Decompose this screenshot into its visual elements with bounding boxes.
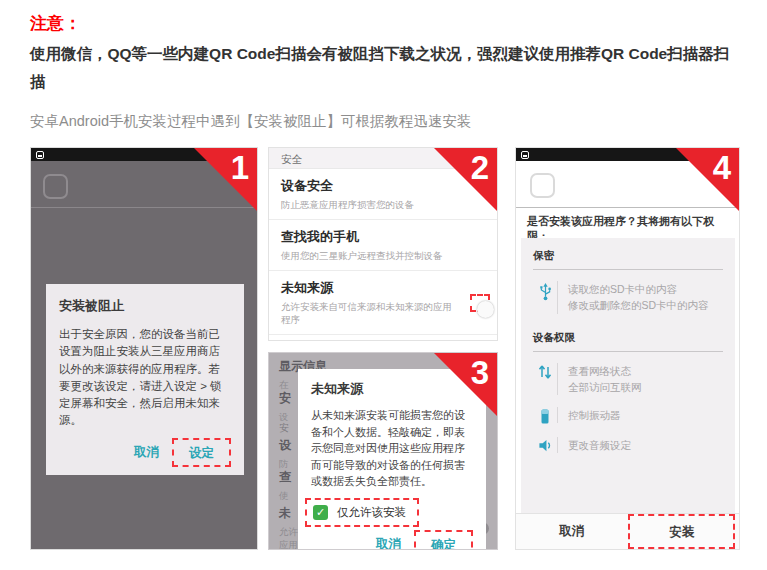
highlight-box: [470, 294, 490, 312]
permission-item-network: 查看网络状态 全部访问互联网: [533, 363, 723, 396]
highlight-box: 设定: [172, 438, 231, 467]
device-section-header: 设备权限: [533, 331, 723, 352]
dimmed-row: 查 使: [279, 469, 291, 503]
dialog-body: 从未知来源安装可能损害您的设备和个人数据。轻敲确定，即表示您同意对因使用这些应用…: [311, 407, 473, 490]
app-icon-placeholder: [530, 173, 555, 198]
permission-line: 查看网络状态: [568, 363, 642, 379]
dialog-button-bar: 取消 安装: [516, 513, 739, 549]
privacy-section-header: 保密: [533, 249, 723, 270]
notice-body: 使用微信，QQ等一些内建QR Code扫描会有被阻挡下载之状况，强烈建议使用推荐…: [30, 40, 742, 96]
setting-title: 未知来源: [281, 279, 485, 297]
permission-item-audio: 更改音频设定: [533, 437, 723, 453]
permission-line: 控制振动器: [568, 407, 621, 423]
dimmed-row: 设 防: [279, 437, 291, 471]
tutorial-page: 注意： 使用微信，QQ等一些内建QR Code扫描会有被阻挡下载之状况，强烈建议…: [0, 0, 767, 570]
step-number: 1: [231, 149, 249, 187]
network-arrows-icon: [533, 363, 557, 380]
speaker-icon: [533, 437, 557, 453]
confirm-button[interactable]: 确定: [424, 533, 463, 551]
step-number: 4: [713, 149, 731, 187]
allow-once-checkbox[interactable]: ✓: [313, 505, 328, 520]
screenshot-step1: 1 4G 7 安装被阻止 出于安全原因，您的设备当前已设置为阻止安装从三星应用商…: [30, 147, 258, 550]
step-number: 2: [471, 149, 489, 187]
cancel-button[interactable]: 取消: [369, 531, 408, 551]
screenshot-step2: 安全 设备安全 防止恶意应用程序损害您的设备 查找我的手机 使用您的三星账户远程…: [268, 147, 498, 341]
permission-line: 修改或删除您的SD卡中的内容: [568, 297, 709, 313]
permissions-panel: 保密 读取您的SD卡中的内容 修改或删除您的SD卡中的内容 设备权限: [521, 238, 735, 516]
screenshot-step3: 显示信息 在 安 设 安 设 防 查 使 未 允许安装来自可信来源和未知来源的应…: [268, 352, 498, 550]
page-subtitle: 安卓Android手机安装过程中遇到【安装被阻止】可根据教程迅速安装: [30, 112, 471, 131]
cancel-button[interactable]: 取消: [559, 523, 584, 540]
dialog-body: 出于安全原因，您的设备当前已设置为阻止安装从三星应用商店以外的来源获得的应用程序…: [59, 326, 231, 430]
permission-item-storage: 读取您的SD卡中的内容 修改或删除您的SD卡中的内容: [533, 281, 723, 314]
screenshot-step4: 1 4G 7 是否安装该应用程序？其将拥有以下权限： 保密: [515, 147, 740, 550]
highlight-box: ✓ 仅允许该安装: [305, 498, 419, 527]
setting-subtitle: 使用您的三星账户远程查找并控制设备: [281, 250, 456, 263]
highlight-box: 确定: [414, 530, 473, 551]
cancel-button[interactable]: 取消: [127, 439, 166, 466]
dialog-title: 安装被阻止: [59, 297, 231, 315]
notice-title: 注意：: [30, 12, 81, 35]
dimmed-row: 安 设: [279, 390, 291, 424]
setting-row-unknown-sources[interactable]: 未知来源 允许安装来自可信来源和未知来源的应用程序: [269, 271, 497, 335]
checkbox-label: 仅允许该安装: [337, 505, 406, 520]
setting-subtitle: 防止恶意应用程序损害您的设备: [281, 199, 456, 212]
setting-row-other-security[interactable]: 其他安全设定 更改安全更新和证书存储等其他安全设定: [269, 335, 497, 341]
settings-button[interactable]: 设定: [182, 441, 221, 465]
notification-icon: [36, 151, 44, 159]
permission-line: 全部访问互联网: [568, 379, 642, 395]
install-button[interactable]: 安装: [669, 525, 694, 539]
setting-row-find-my-phone[interactable]: 查找我的手机 使用您的三星账户远程查找并控制设备: [269, 220, 497, 271]
permission-line: 读取您的SD卡中的内容: [568, 281, 709, 297]
highlight-box: 安装: [628, 514, 735, 549]
setting-subtitle: 允许安装来自可信来源和未知来源的应用程序: [281, 301, 456, 327]
install-blocked-dialog: 安装被阻止 出于安全原因，您的设备当前已设置为阻止安装从三星应用商店以外的来源获…: [46, 284, 244, 475]
dimmed-section-header: 安: [279, 421, 289, 435]
permission-item-vibration: 控制振动器: [533, 407, 723, 425]
usb-icon: [533, 281, 557, 301]
setting-title: 查找我的手机: [281, 228, 485, 246]
step-number: 3: [471, 354, 489, 392]
app-icon-placeholder: [43, 174, 68, 199]
notification-icon: [521, 151, 529, 159]
permission-line: 更改音频设定: [568, 437, 631, 453]
vibration-icon: [533, 407, 557, 425]
